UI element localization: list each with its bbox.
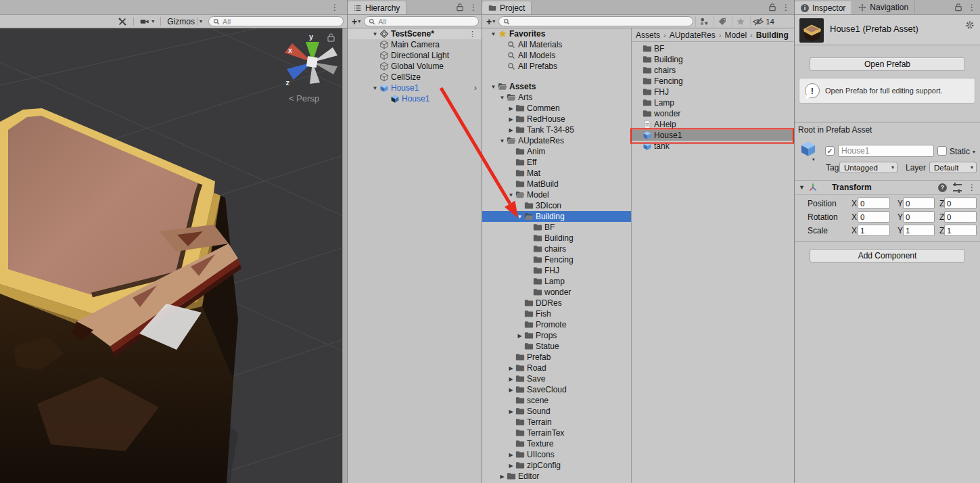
chevron-down-icon[interactable]: ▾ (973, 149, 975, 155)
search-by-label-button[interactable] (714, 16, 730, 27)
hierarchy-scene-row[interactable]: ▼ TestScene* ⋮ (348, 28, 482, 39)
project-tree-row[interactable]: Texture (482, 438, 631, 449)
persp-label[interactable]: Persp (296, 93, 319, 104)
project-file-row[interactable]: FHJ (632, 87, 794, 97)
foldout-arrow-icon[interactable]: ▶ (515, 333, 524, 339)
project-file-row[interactable]: Fencing (632, 76, 794, 87)
project-tree-row[interactable]: FHJ (482, 265, 631, 276)
project-tree-row[interactable]: BF (482, 222, 631, 233)
foldout-arrow-icon[interactable]: ▼ (507, 192, 515, 198)
foldout-arrow-icon[interactable]: ▼ (498, 138, 507, 144)
project-tree-row[interactable]: scene (482, 395, 631, 406)
persp-chevron-icon[interactable]: < (289, 93, 294, 104)
breadcrumb-item[interactable]: AUpdateRes (670, 30, 716, 40)
project-tree-row[interactable]: ▶RedHouse (482, 114, 631, 124)
open-prefab-button[interactable]: Open Prefab (810, 58, 965, 71)
hidden-items-toggle[interactable]: 14 (750, 17, 777, 26)
breadcrumb-item[interactable]: Building (756, 30, 789, 40)
tab-inspector[interactable]: i Inspector (795, 1, 852, 14)
hierarchy-item[interactable]: Main Camera (348, 39, 482, 50)
foldout-arrow-icon[interactable]: ▶ (507, 387, 515, 393)
project-tree-row[interactable]: chairs (482, 244, 631, 254)
kebab-menu-icon[interactable]: ⋮ (469, 3, 477, 12)
project-tree-row[interactable]: wonder (482, 287, 631, 298)
project-tree-row[interactable]: All Materials (482, 39, 631, 50)
gameobject-name-field[interactable] (838, 145, 934, 157)
create-button[interactable]: + ▾ (485, 16, 496, 27)
project-tree-row[interactable]: ▶Commen (482, 103, 631, 114)
hierarchy-search-field[interactable] (364, 16, 479, 26)
static-checkbox[interactable] (937, 146, 947, 156)
presets-icon[interactable] (953, 184, 962, 191)
breadcrumb-item[interactable]: Model (724, 30, 747, 40)
gameobject-icon[interactable] (799, 140, 817, 158)
hierarchy-item[interactable]: House1 (348, 93, 482, 104)
project-tree-row[interactable]: DDRes (482, 298, 631, 308)
project-tree-row[interactable]: Terrain (482, 417, 631, 428)
foldout-arrow-icon[interactable]: ▶ (507, 365, 515, 371)
scene-lock-icon[interactable] (328, 34, 334, 41)
active-checkbox[interactable]: ✓ (825, 146, 835, 156)
project-file-row[interactable]: Building (632, 54, 794, 65)
project-tree-row[interactable]: All Models (482, 50, 631, 61)
scene-viewport[interactable]: y x z < Persp (0, 28, 347, 483)
project-tree-row[interactable]: 3DIcon (482, 200, 631, 211)
search-by-type-button[interactable] (695, 16, 711, 27)
prefab-open-chevron-icon[interactable]: › (474, 83, 477, 93)
foldout-arrow-icon[interactable]: ▶ (507, 116, 515, 122)
foldout-arrow-icon[interactable]: ▼ (799, 184, 805, 191)
project-tree-row[interactable]: ▶Props (482, 330, 631, 341)
project-file-row[interactable]: chairs (632, 65, 794, 76)
tools-button[interactable] (114, 16, 131, 27)
foldout-arrow-icon[interactable]: ▶ (507, 127, 515, 133)
foldout-arrow-icon[interactable]: ▶ (507, 452, 515, 458)
project-tree-row[interactable]: ▼Arts (482, 92, 631, 103)
foldout-arrow-icon[interactable]: ▶ (507, 463, 515, 469)
project-tree-row[interactable]: ▶Road (482, 363, 631, 373)
gizmo-center-cube[interactable] (306, 56, 318, 68)
project-tree-row[interactable]: Eff (482, 157, 631, 168)
z-value-field[interactable] (944, 211, 977, 223)
x-value-field[interactable] (858, 225, 890, 236)
project-file-row[interactable]: wonder (632, 108, 794, 119)
foldout-arrow-icon[interactable]: ▶ (507, 409, 515, 415)
y-value-field[interactable] (903, 211, 935, 223)
foldout-arrow-icon[interactable]: ▼ (498, 95, 507, 101)
help-icon[interactable]: ? (938, 183, 947, 192)
hierarchy-search-input[interactable] (378, 18, 475, 26)
project-tree-row[interactable]: ▼Building (482, 211, 631, 222)
foldout-arrow-icon[interactable]: ▼ (489, 31, 498, 37)
project-tree-row[interactable]: All Prefabs (482, 61, 631, 72)
hierarchy-item[interactable]: Directional Light (348, 50, 482, 61)
project-tree-row[interactable]: ▶Sound (482, 406, 631, 417)
scene-search-input[interactable] (223, 18, 340, 26)
lock-icon[interactable] (456, 3, 464, 12)
tab-navigation[interactable]: Navigation (852, 0, 915, 14)
project-tree-row[interactable]: Fish (482, 308, 631, 319)
orientation-gizmo[interactable]: y x z < Persp (285, 32, 337, 104)
project-tree-row[interactable]: Prefab (482, 352, 631, 363)
scene-edge-scrollbar[interactable] (342, 28, 347, 483)
chevron-down-icon[interactable]: ▾ (812, 157, 815, 162)
layer-dropdown[interactable]: Default ▾ (929, 162, 977, 173)
lock-icon[interactable] (954, 3, 962, 12)
foldout-arrow-icon[interactable]: ▶ (507, 106, 515, 112)
kebab-menu-icon[interactable]: ⋮ (782, 3, 790, 12)
project-tree-row[interactable]: ▶SaveCloud (482, 384, 631, 395)
project-file-row[interactable]: Lamp (632, 97, 794, 108)
project-tree-row[interactable]: TerrainTex (482, 428, 631, 438)
z-value-field[interactable] (944, 225, 977, 236)
gizmos-dropdown[interactable]: Gizmos ▾ (164, 16, 206, 27)
project-tree-row[interactable]: ▶Editor (482, 471, 631, 482)
foldout-arrow-icon[interactable]: ▶ (498, 474, 507, 480)
transform-component-header[interactable]: ▼ Transform ? ⋮ (795, 180, 980, 195)
favorites-filter-button[interactable] (732, 16, 748, 27)
kebab-menu-icon[interactable]: ⋮ (968, 183, 976, 191)
foldout-arrow-icon[interactable]: ▼ (515, 214, 524, 220)
y-value-field[interactable] (903, 198, 935, 209)
x-value-field[interactable] (858, 211, 890, 223)
foldout-arrow-icon[interactable]: ▼ (371, 85, 379, 91)
project-file-row[interactable]: AHelp (632, 119, 794, 130)
scene-search-field[interactable] (208, 16, 344, 26)
house-model[interactable] (0, 108, 241, 483)
